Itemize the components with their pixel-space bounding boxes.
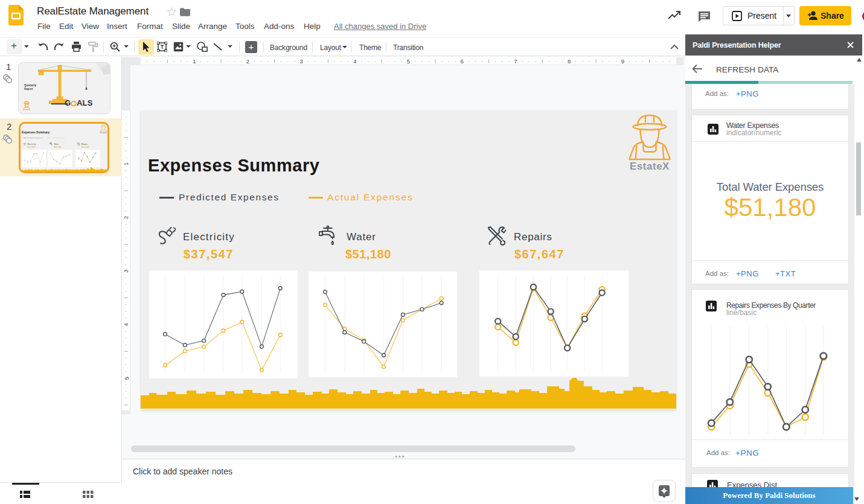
svg-text:6: 6 [461,58,464,65]
svg-text:7: 7 [514,58,517,65]
svg-text:5: 5 [407,58,410,65]
svg-text:2: 2 [246,58,249,65]
svg-text:3: 3 [123,269,130,272]
svg-text:1: 1 [193,58,196,65]
svg-text:4: 4 [353,58,356,65]
svg-text:9: 9 [621,58,624,65]
svg-text:1: 1 [123,162,130,165]
svg-text:5: 5 [123,377,130,380]
svg-text:3: 3 [299,58,302,65]
svg-text:8: 8 [568,58,571,65]
svg-text:4: 4 [123,323,130,326]
svg-text:2: 2 [123,216,130,219]
